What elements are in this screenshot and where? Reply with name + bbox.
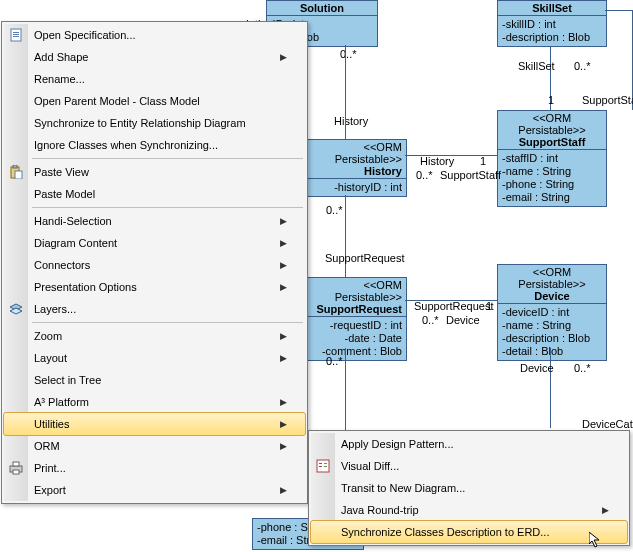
menu-label: Zoom bbox=[34, 330, 280, 342]
svg-rect-3 bbox=[13, 36, 19, 37]
submenu-arrow-icon: ▶ bbox=[280, 216, 287, 226]
menu-paste-view[interactable]: Paste View bbox=[4, 161, 305, 183]
attr: -email : String bbox=[502, 191, 602, 204]
stereotype: <<ORM Persistable>> bbox=[502, 112, 602, 136]
menu-presentation-options[interactable]: Presentation Options ▶ bbox=[4, 276, 305, 298]
class-supportstaff[interactable]: <<ORM Persistable>> SupportStaff -staffI… bbox=[497, 110, 607, 207]
svg-rect-16 bbox=[324, 466, 327, 467]
menu-label: Print... bbox=[34, 462, 287, 474]
multiplicity: 0..* bbox=[326, 355, 343, 367]
stereotype: <<ORM Persistable>> bbox=[502, 266, 602, 290]
menu-label: Visual Diff... bbox=[341, 460, 609, 472]
stereotype: <<ORM Persistable>> bbox=[305, 141, 402, 165]
class-skillset[interactable]: SkillSet -skillID : int -description : B… bbox=[497, 0, 607, 47]
class-title: SupportStaff bbox=[519, 136, 586, 148]
paste-icon bbox=[8, 164, 24, 180]
class-history[interactable]: <<ORM Persistable>> History -historyID :… bbox=[300, 139, 407, 197]
role-label: History bbox=[334, 115, 368, 127]
attr: -requestID : int bbox=[305, 319, 402, 332]
role-label: SupportStaff bbox=[582, 94, 633, 106]
multiplicity: 0..* bbox=[422, 314, 439, 326]
diagram-canvas[interactable]: Solution -solutionID : int -description … bbox=[0, 0, 633, 552]
submenu-sync-classes-description-erd[interactable]: Synchronize Classes Description to ERD..… bbox=[310, 520, 628, 544]
attr: -description : Blob bbox=[502, 31, 602, 44]
submenu-arrow-icon: ▶ bbox=[280, 238, 287, 248]
menu-label: Open Specification... bbox=[34, 29, 287, 41]
submenu-visual-diff[interactable]: Visual Diff... bbox=[311, 455, 627, 477]
role-label: SupportStaff bbox=[440, 169, 501, 181]
attr: -historyID : int bbox=[305, 181, 402, 194]
submenu-transit-new-diagram[interactable]: Transit to New Diagram... bbox=[311, 477, 627, 499]
menu-label: Java Round-trip bbox=[341, 504, 602, 516]
menu-diagram-content[interactable]: Diagram Content ▶ bbox=[4, 232, 305, 254]
printer-icon bbox=[8, 460, 24, 476]
menu-label: Connectors bbox=[34, 259, 280, 271]
menu-export[interactable]: Export ▶ bbox=[4, 479, 305, 501]
role-label: Device bbox=[520, 362, 554, 374]
class-title: SkillSet bbox=[532, 2, 572, 14]
svg-rect-12 bbox=[317, 460, 329, 472]
layers-icon bbox=[8, 301, 24, 317]
menu-open-parent-model[interactable]: Open Parent Model - Class Model bbox=[4, 90, 305, 112]
menu-ignore-classes-sync[interactable]: Ignore Classes when Synchronizing... bbox=[4, 134, 305, 156]
menu-label: Layers... bbox=[34, 303, 287, 315]
menu-paste-model[interactable]: Paste Model bbox=[4, 183, 305, 205]
svg-rect-13 bbox=[319, 463, 322, 464]
menu-add-shape[interactable]: Add Shape ▶ bbox=[4, 46, 305, 68]
menu-connectors[interactable]: Connectors ▶ bbox=[4, 254, 305, 276]
svg-rect-10 bbox=[13, 462, 19, 466]
menu-zoom[interactable]: Zoom ▶ bbox=[4, 325, 305, 347]
menu-label: Synchronize Classes Description to ERD..… bbox=[341, 526, 609, 538]
submenu-java-roundtrip[interactable]: Java Round-trip ▶ bbox=[311, 499, 627, 521]
attr: -skillID : int bbox=[502, 18, 602, 31]
menu-label: Handi-Selection bbox=[34, 215, 280, 227]
multiplicity: 1 bbox=[486, 300, 492, 312]
menu-handi-selection[interactable]: Handi-Selection ▶ bbox=[4, 210, 305, 232]
menu-label: Transit to New Diagram... bbox=[341, 482, 609, 494]
submenu-arrow-icon: ▶ bbox=[280, 485, 287, 495]
svg-rect-11 bbox=[13, 470, 19, 474]
menu-label: ORM bbox=[34, 440, 280, 452]
attr: -name : String bbox=[502, 165, 602, 178]
class-device[interactable]: <<ORM Persistable>> Device -deviceID : i… bbox=[497, 264, 607, 361]
submenu-apply-design-pattern[interactable]: Apply Design Pattern... bbox=[311, 433, 627, 455]
menu-utilities[interactable]: Utilities ▶ bbox=[3, 412, 306, 436]
menu-select-in-tree[interactable]: Select in Tree bbox=[4, 369, 305, 391]
multiplicity: 0..* bbox=[574, 362, 591, 374]
menu-a3-platform[interactable]: A³ Platform ▶ bbox=[4, 391, 305, 413]
role-label: History bbox=[420, 155, 454, 167]
menu-print[interactable]: Print... bbox=[4, 457, 305, 479]
menu-open-specification[interactable]: Open Specification... bbox=[4, 24, 305, 46]
attr: -detail : Blob bbox=[502, 345, 602, 358]
stereotype: <<ORM Persistable>> bbox=[305, 279, 402, 303]
class-title: Device bbox=[534, 290, 569, 302]
submenu-arrow-icon: ▶ bbox=[280, 419, 287, 429]
role-label: SupportRequest bbox=[325, 252, 405, 264]
menu-separator bbox=[32, 322, 303, 323]
menu-rename[interactable]: Rename... bbox=[4, 68, 305, 90]
submenu-arrow-icon: ▶ bbox=[280, 397, 287, 407]
attr: -phone : String bbox=[502, 178, 602, 191]
submenu-arrow-icon: ▶ bbox=[280, 260, 287, 270]
document-icon bbox=[8, 27, 24, 43]
multiplicity: 0..* bbox=[574, 60, 591, 72]
attr: -date : Date bbox=[305, 332, 402, 345]
menu-orm[interactable]: ORM ▶ bbox=[4, 435, 305, 457]
submenu-arrow-icon: ▶ bbox=[280, 441, 287, 451]
attr: -deviceID : int bbox=[502, 306, 602, 319]
menu-layers[interactable]: Layers... bbox=[4, 298, 305, 320]
context-menu: Open Specification... Add Shape ▶ Rename… bbox=[1, 21, 308, 504]
submenu-arrow-icon: ▶ bbox=[280, 353, 287, 363]
menu-layout[interactable]: Layout ▶ bbox=[4, 347, 305, 369]
role-label: SkillSet bbox=[518, 60, 555, 72]
class-title: SupportRequest bbox=[305, 303, 402, 315]
menu-label: Export bbox=[34, 484, 280, 496]
class-supportrequest[interactable]: <<ORM Persistable>> SupportRequest -requ… bbox=[300, 277, 407, 361]
role-label: SupportRequest bbox=[414, 300, 494, 312]
submenu-arrow-icon: ▶ bbox=[280, 331, 287, 341]
menu-label: Apply Design Pattern... bbox=[341, 438, 609, 450]
menu-sync-to-erd[interactable]: Synchronize to Entity Relationship Diagr… bbox=[4, 112, 305, 134]
multiplicity: 1 bbox=[548, 94, 554, 106]
menu-label: Add Shape bbox=[34, 51, 280, 63]
menu-label: Presentation Options bbox=[34, 281, 280, 293]
